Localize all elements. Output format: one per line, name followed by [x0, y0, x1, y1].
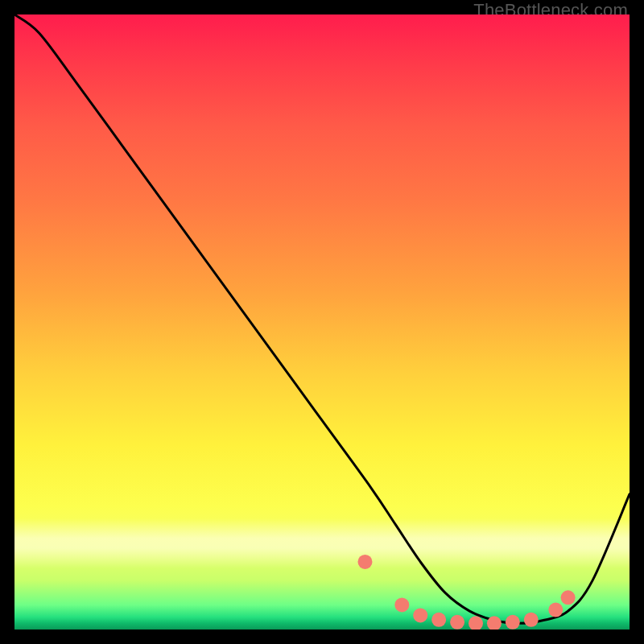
marker-dot [506, 615, 520, 630]
marker-dot [548, 603, 563, 617]
marker-dot [561, 590, 576, 605]
chart-svg [14, 14, 630, 630]
marker-dot [469, 616, 483, 630]
bottleneck-curve [14, 14, 630, 623]
marker-dot [413, 608, 427, 622]
marker-dot [357, 555, 372, 569]
plot-area [14, 14, 630, 630]
chart-frame: TheBottleneck.com [0, 0, 644, 644]
marker-group [357, 555, 575, 630]
marker-dot [524, 613, 539, 627]
marker-dot [394, 597, 409, 612]
marker-dot [450, 615, 464, 630]
marker-dot [431, 613, 446, 627]
